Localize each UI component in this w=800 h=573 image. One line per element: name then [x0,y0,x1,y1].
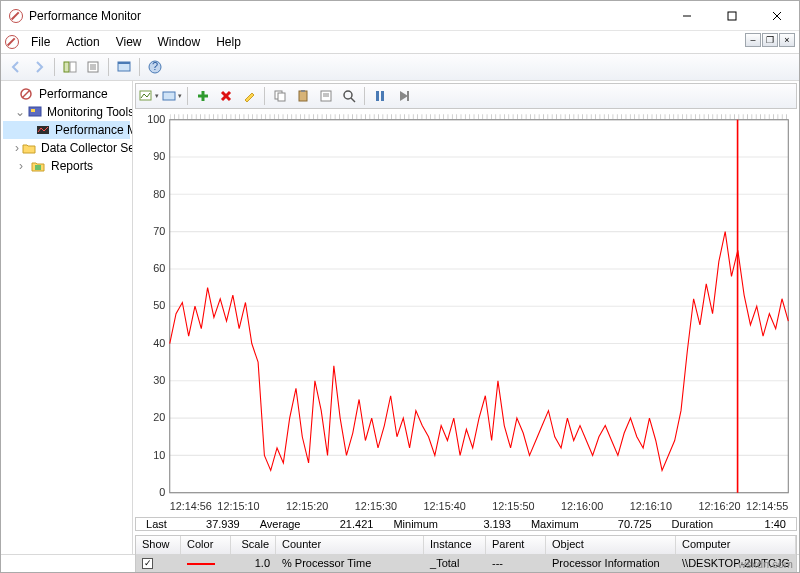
svg-text:12:15:10: 12:15:10 [217,500,259,512]
svg-text:12:15:30: 12:15:30 [355,500,397,512]
color-swatch [187,563,215,565]
svg-text:12:15:50: 12:15:50 [492,500,534,512]
svg-point-33 [344,91,352,99]
minimize-button[interactable] [664,2,709,30]
svg-rect-5 [70,62,76,72]
svg-rect-36 [381,91,384,101]
menu-file[interactable]: File [23,33,58,51]
stat-maximum-label: Maximum [521,518,583,530]
expand-icon[interactable]: › [15,141,19,155]
svg-text:70: 70 [153,225,165,237]
folder-icon [22,140,36,156]
svg-text:12:15:20: 12:15:20 [286,500,328,512]
folder-icon [28,104,42,120]
mdi-restore-button[interactable]: ❐ [762,33,778,47]
svg-text:12:15:40: 12:15:40 [424,500,466,512]
col-object[interactable]: Object [546,536,676,554]
zoom-button[interactable] [161,85,183,107]
col-color[interactable]: Color [181,536,231,554]
chart-svg: 010203040506070809010012:14:5612:15:1012… [135,111,797,515]
chart-toolbar [135,83,797,109]
svg-rect-40 [170,114,789,119]
menu-window[interactable]: Window [150,33,209,51]
mdi-close-button[interactable]: × [779,33,795,47]
stat-average-label: Average [250,518,305,530]
mdi-minimize-button[interactable]: – [745,33,761,47]
svg-text:?: ? [152,60,158,72]
svg-line-15 [22,90,30,98]
forward-button[interactable] [28,56,50,78]
tree-node-performance[interactable]: Performance [3,85,130,103]
col-instance[interactable]: Instance [424,536,486,554]
close-button[interactable] [754,2,799,30]
stat-duration-value: 1:40 [717,518,796,530]
navigation-tree[interactable]: Performance ⌄ Monitoring Tools Performan… [1,81,133,554]
svg-text:60: 60 [153,262,165,274]
col-computer[interactable]: Computer [676,536,796,554]
col-counter[interactable]: Counter [276,536,424,554]
maximize-button[interactable] [709,2,754,30]
statistics-bar: Last 37.939 Average 21.421 Minimum 3.193… [135,517,797,531]
col-show[interactable]: Show [136,536,181,554]
highlight-button[interactable] [238,85,260,107]
table-header[interactable]: Show Color Scale Counter Instance Parent… [136,536,796,554]
properties-button[interactable] [315,85,337,107]
svg-text:12:14:55: 12:14:55 [746,500,788,512]
update-button[interactable] [392,85,414,107]
cell-object: Processor Information [546,557,676,569]
cell-scale: 1.0 [231,557,276,569]
zoom-selection-button[interactable] [338,85,360,107]
expand-icon[interactable]: › [15,159,27,173]
menu-bar: File Action View Window Help – ❐ × [1,31,799,53]
paste-button[interactable] [292,85,314,107]
console-window-button[interactable] [113,56,135,78]
svg-rect-28 [299,91,307,101]
svg-text:0: 0 [159,486,165,498]
freeze-button[interactable] [369,85,391,107]
counter-table[interactable]: Show Color Scale Counter Instance Parent… [135,535,797,573]
app-icon [9,9,23,23]
tree-node-performance-monitor[interactable]: Performance Monitor [3,121,130,139]
menu-action[interactable]: Action [58,33,107,51]
svg-text:12:16:10: 12:16:10 [630,500,672,512]
menu-view[interactable]: View [108,33,150,51]
menu-help[interactable]: Help [208,33,249,51]
svg-text:12:16:20: 12:16:20 [698,500,740,512]
svg-rect-19 [35,165,41,170]
back-button[interactable] [5,56,27,78]
properties-button[interactable] [82,56,104,78]
stat-maximum-value: 70.725 [583,518,662,530]
show-hide-tree-button[interactable] [59,56,81,78]
svg-text:30: 30 [153,374,165,386]
add-counter-button[interactable] [192,85,214,107]
perfmon-icon [36,122,50,138]
stat-duration-label: Duration [662,518,718,530]
svg-rect-35 [376,91,379,101]
title-bar: Performance Monitor [1,1,799,31]
col-scale[interactable]: Scale [231,536,276,554]
svg-text:12:16:00: 12:16:00 [561,500,603,512]
tree-node-data-collector-sets[interactable]: › Data Collector Sets [3,139,130,157]
delete-counter-button[interactable] [215,85,237,107]
copy-button[interactable] [269,85,291,107]
svg-rect-11 [118,62,130,64]
svg-text:50: 50 [153,299,165,311]
col-parent[interactable]: Parent [486,536,546,554]
cell-instance: _Total [424,557,486,569]
view-type-button[interactable] [138,85,160,107]
performance-chart[interactable]: 010203040506070809010012:14:5612:15:1012… [135,111,797,515]
svg-rect-4 [64,62,69,72]
watermark-text: wsxdn.com [738,558,793,570]
cell-counter: % Processor Time [276,557,424,569]
svg-rect-29 [301,90,305,92]
cell-parent: --- [486,557,546,569]
show-checkbox[interactable]: ✓ [142,558,153,569]
svg-text:90: 90 [153,150,165,162]
tree-node-monitoring-tools[interactable]: ⌄ Monitoring Tools [3,103,130,121]
table-row[interactable]: ✓ 1.0 % Processor Time _Total --- Proces… [136,554,796,572]
svg-text:10: 10 [153,449,165,461]
collapse-icon[interactable]: ⌄ [15,105,25,119]
help-button[interactable]: ? [144,56,166,78]
app-icon-small [5,35,19,49]
tree-node-reports[interactable]: › Reports [3,157,130,175]
